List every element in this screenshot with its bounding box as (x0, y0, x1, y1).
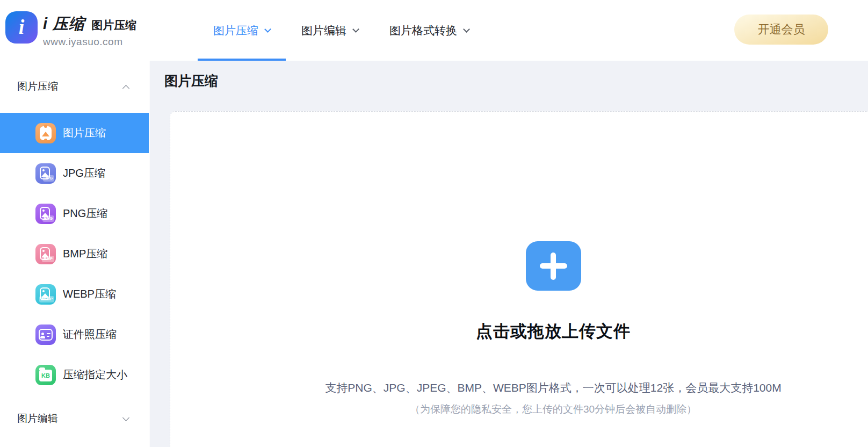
kb-badge: KB (39, 370, 52, 381)
sidebar-section-image-edit[interactable]: 图片编辑 (0, 406, 149, 431)
webp-file-icon: WEBP (35, 284, 56, 305)
sidebar-item-label: PNG压缩 (63, 206, 107, 221)
logo-letter: i (19, 17, 25, 37)
sidebar-item-webp-compress[interactable]: WEBP WEBP压缩 (0, 274, 149, 314)
sidebar-section-label: 图片压缩 (17, 80, 58, 93)
open-membership-button[interactable]: 开通会员 (734, 15, 828, 45)
chevron-down-icon (352, 26, 359, 33)
sidebar-item-idphoto-compress[interactable]: 证件照压缩 (0, 314, 149, 355)
upload-heading: 点击或拖放上传文件 (170, 320, 868, 343)
kb-folder-icon: KB (35, 365, 56, 385)
chevron-down-icon (463, 26, 470, 33)
nav-tab-image-compress[interactable]: 图片压缩 (198, 0, 286, 61)
sidebar-item-label: 压缩指定大小 (63, 367, 127, 382)
logo[interactable]: i i 压缩 图片压缩 www.iyasuo.com (5, 11, 136, 48)
logo-text: i 压缩 图片压缩 www.iyasuo.com (43, 11, 136, 48)
site-url: www.iyasuo.com (43, 36, 136, 48)
upload-support-text: 支持PNG、JPG、JPEG、BMP、WEBP图片格式，一次可以处理12张，会员… (170, 380, 868, 395)
png-file-icon: PNG (35, 204, 56, 224)
top-header: i i 压缩 图片压缩 www.iyasuo.com 图片压缩 图片编辑 图片格… (0, 0, 868, 61)
bmp-file-icon: BMP (35, 244, 56, 264)
jpg-badge: JPG (43, 175, 54, 182)
nav-tab-image-edit[interactable]: 图片编辑 (286, 0, 374, 61)
main-content: 图片压缩 点击或拖放上传文件 支持PNG、JPG、JPEG、BMP、WEBP图片… (150, 61, 868, 447)
image-compress-icon (35, 123, 56, 143)
brand-subtitle: 图片压缩 (91, 18, 136, 33)
bmp-badge: BMP (42, 256, 54, 262)
chevron-down-icon (122, 414, 129, 421)
sidebar-section-image-compress[interactable]: 图片压缩 (0, 74, 149, 99)
nav-tab-label: 图片格式转换 (389, 23, 457, 38)
nav-tab-format-convert[interactable]: 图片格式转换 (374, 0, 484, 61)
sidebar-item-label: JPG压缩 (63, 166, 105, 181)
sidebar-item-label: 证件照压缩 (63, 327, 117, 342)
sidebar-item-label: 图片压缩 (63, 126, 106, 140)
add-files-button[interactable] (526, 241, 581, 291)
sidebar: 图片压缩 图片压缩 JPG JPG压缩 PNG PNG压缩 (0, 61, 149, 447)
jpg-file-icon: JPG (35, 163, 56, 184)
upload-dropzone[interactable]: 点击或拖放上传文件 支持PNG、JPG、JPEG、BMP、WEBP图片格式，一次… (170, 111, 868, 447)
png-badge: PNG (42, 215, 54, 222)
nav-tab-label: 图片编辑 (301, 23, 346, 38)
webp-badge: WEBP (39, 296, 55, 302)
chevron-down-icon (264, 26, 271, 33)
sidebar-item-label: WEBP压缩 (63, 287, 116, 301)
sidebar-item-bmp-compress[interactable]: BMP BMP压缩 (0, 234, 149, 274)
sidebar-item-compress-to-size[interactable]: KB 压缩指定大小 (0, 355, 149, 395)
id-photo-icon (35, 325, 56, 345)
main-nav: 图片压缩 图片编辑 图片格式转换 (198, 0, 484, 61)
brand-name: i 压缩 (43, 13, 85, 35)
sidebar-item-image-compress[interactable]: 图片压缩 (0, 113, 149, 153)
sidebar-list: 图片压缩 JPG JPG压缩 PNG PNG压缩 BMP BMP压缩 (0, 113, 149, 395)
sidebar-section-label: 图片编辑 (17, 412, 58, 426)
sidebar-item-png-compress[interactable]: PNG PNG压缩 (0, 193, 149, 234)
chevron-up-icon (122, 85, 129, 92)
nav-tab-label: 图片压缩 (213, 23, 258, 38)
logo-icon: i (5, 11, 38, 44)
page-title: 图片压缩 (164, 72, 868, 90)
sidebar-item-jpg-compress[interactable]: JPG JPG压缩 (0, 153, 149, 193)
sidebar-item-label: BMP压缩 (63, 247, 107, 261)
upload-privacy-note: （为保障您的隐私安全，您上传的文件30分钟后会被自动删除） (170, 402, 868, 416)
